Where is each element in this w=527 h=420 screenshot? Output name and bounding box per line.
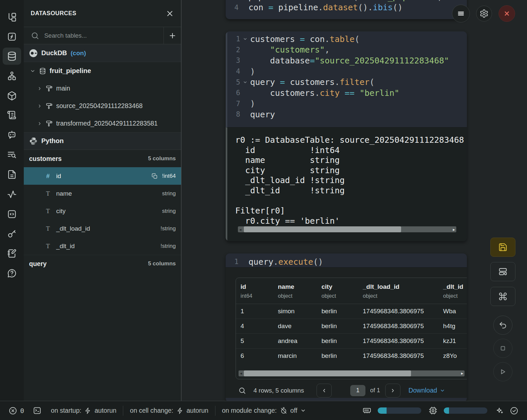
column-row[interactable]: T _dlt_id !string: [24, 237, 181, 255]
chevron-right-icon[interactable]: [37, 121, 42, 126]
code-line[interactable]: 7): [227, 98, 467, 109]
next-page-button[interactable]: [385, 384, 400, 398]
code-line[interactable]: 1customers = con.table(: [227, 34, 467, 45]
table-row-customers[interactable]: customers 5 columns: [24, 150, 181, 167]
schema-row[interactable]: main: [24, 80, 181, 97]
close-icon[interactable]: [166, 9, 174, 18]
column-name: city: [56, 208, 66, 215]
page-number[interactable]: 1: [350, 385, 365, 396]
column-row[interactable]: # id !int64: [24, 167, 181, 185]
connection-status[interactable]: [510, 406, 518, 415]
table-column-header[interactable]: _dlt_load_id: [358, 283, 438, 290]
copy-icon[interactable]: [151, 173, 158, 179]
terminal-button[interactable]: [33, 406, 42, 415]
on-module-change-setting[interactable]: on module change: off: [222, 407, 306, 414]
command-palette-button[interactable]: [490, 287, 515, 306]
code-cell-query[interactable]: 1customers = con.table(2 "customers",3 d…: [226, 31, 467, 241]
table-row-query[interactable]: query 5 columns: [24, 255, 181, 272]
code-editor[interactable]: 1customers = con.table(2 "customers",3 d…: [226, 31, 467, 127]
code-line[interactable]: 4con = pipeline.dataset().ibis(): [226, 2, 467, 13]
search-tables-input[interactable]: Search tables...: [44, 32, 164, 39]
table-search-icon[interactable]: [238, 387, 246, 395]
horizontal-scrollbar[interactable]: ◂ ▸: [238, 226, 456, 232]
code-editor[interactable]: 3pipeline = dlt.attach("fruit_pipeline")…: [226, 0, 467, 13]
table-row[interactable]: 5andreaberlin1745968348.3806975kzJ1: [236, 333, 467, 348]
document-icon[interactable]: [6, 169, 18, 180]
code-token: execute: [278, 257, 313, 267]
column-dtype: !string: [161, 243, 176, 249]
code-editor[interactable]: 1query.execute(): [226, 253, 467, 267]
code-token: =: [268, 3, 273, 12]
table-column-header[interactable]: id: [236, 283, 273, 290]
error-count-indicator[interactable]: 0: [9, 406, 24, 415]
scroll-right-arrow-icon[interactable]: ▸: [461, 370, 463, 376]
scroll-right-arrow-icon[interactable]: ▸: [453, 226, 455, 232]
workflow-icon[interactable]: [6, 70, 18, 82]
function-icon[interactable]: [6, 31, 18, 42]
code-line[interactable]: 2 "customers",: [227, 45, 467, 56]
file-tree-icon[interactable]: [6, 12, 18, 23]
scrollbar-thumb[interactable]: [244, 226, 401, 232]
schema-row[interactable]: source_202504291112283468: [24, 97, 181, 115]
layout-toggle-button[interactable]: [490, 262, 515, 281]
horizontal-scrollbar[interactable]: ◂ ▸: [239, 370, 465, 376]
database-row-fruit-pipeline[interactable]: fruit_pipeline: [24, 62, 181, 80]
code-cell-setup[interactable]: 3pipeline = dlt.attach("fruit_pipeline")…: [226, 0, 467, 19]
code-line[interactable]: 4): [227, 66, 467, 77]
code-line[interactable]: 1query.execute(): [226, 256, 467, 267]
code-block-icon[interactable]: [6, 209, 18, 220]
engine-row-duckdb[interactable]: DuckDB (con): [24, 44, 181, 62]
column-row[interactable]: T name string: [24, 185, 181, 202]
code-line[interactable]: 3 database="source_202504291112283468": [227, 55, 467, 66]
code-line[interactable]: 8query: [227, 109, 467, 120]
activity-icon[interactable]: [6, 189, 18, 200]
table-column-header[interactable]: _dlt_id: [438, 283, 467, 290]
column-row[interactable]: T city string: [24, 202, 181, 220]
settings-button[interactable]: [476, 6, 492, 21]
database-icon[interactable]: [3, 48, 21, 65]
code-line[interactable]: 3pipeline = dlt.attach("fruit_pipeline"): [226, 0, 467, 2]
undo-button[interactable]: [493, 316, 512, 335]
schema-row[interactable]: transformed_202504291112283581: [24, 115, 181, 132]
cell-menu-button[interactable]: [452, 5, 470, 22]
ai-assistant-button[interactable]: [495, 406, 504, 415]
fold-chevron-icon[interactable]: [240, 80, 250, 85]
fold-chevron-icon[interactable]: [240, 37, 250, 41]
chevron-right-icon[interactable]: [37, 86, 42, 91]
column-row[interactable]: T _dlt_load_id !string: [24, 220, 181, 237]
python-section-row[interactable]: Python: [24, 132, 181, 150]
prev-page-button[interactable]: [317, 384, 332, 398]
code-line[interactable]: 6 customers.city == "berlin": [227, 88, 467, 98]
code-line[interactable]: 5query = customers.filter(: [227, 77, 467, 88]
run-button[interactable]: [493, 362, 512, 381]
table-column-header[interactable]: city: [317, 283, 358, 290]
key-icon[interactable]: [6, 228, 18, 239]
code-cell-execute[interactable]: 1query.execute() idnamecity_dlt_load_id_…: [226, 253, 467, 402]
shutdown-button[interactable]: [499, 5, 515, 22]
column-name: name: [56, 190, 72, 197]
scroll-left-arrow-icon[interactable]: ◂: [239, 226, 242, 232]
list-search-icon[interactable]: [6, 149, 18, 160]
package-icon[interactable]: [6, 90, 18, 101]
download-link[interactable]: Download: [408, 387, 445, 394]
chevron-down-icon[interactable]: [30, 68, 36, 74]
line-number: 4: [226, 4, 239, 12]
save-button[interactable]: [490, 238, 515, 257]
cpu-usage: [429, 406, 487, 415]
scrollbar-thumb[interactable]: [244, 370, 411, 376]
help-icon[interactable]: [6, 268, 18, 279]
bot-chat-icon[interactable]: [6, 129, 18, 140]
on-cell-change-setting[interactable]: on cell change: autorun: [130, 407, 208, 414]
table-column-header[interactable]: name: [273, 283, 317, 290]
on-startup-setting[interactable]: on startup: autorun: [51, 407, 116, 414]
chevron-right-icon[interactable]: [37, 103, 42, 109]
table-row[interactable]: 1simonberlin1745968348.3806975Wba: [236, 304, 467, 319]
add-datasource-button[interactable]: [164, 31, 181, 40]
scroll-icon[interactable]: [6, 109, 18, 121]
table-row[interactable]: 4daveberlin1745968348.3806975h4tg: [236, 319, 467, 333]
table-row[interactable]: 6marcinberlin1745968348.3806975z8Yo: [236, 348, 467, 363]
notebook-edit-icon[interactable]: [6, 248, 18, 259]
scroll-left-arrow-icon[interactable]: ◂: [240, 370, 242, 376]
interrupt-button[interactable]: [493, 339, 512, 358]
code-token: dataset: [323, 3, 358, 12]
